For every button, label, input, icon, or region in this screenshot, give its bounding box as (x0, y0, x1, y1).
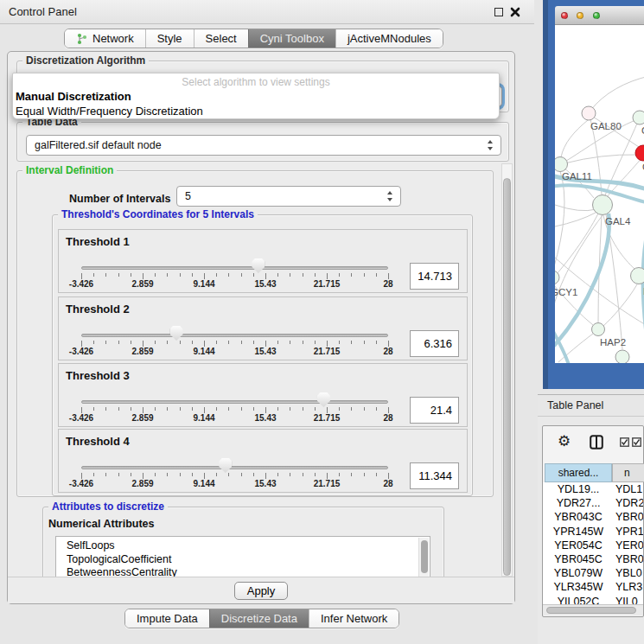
settings-vertical-scrollbar[interactable] (501, 163, 513, 577)
gear-icon[interactable]: ⚙ (558, 433, 571, 450)
table-panel-body: ⚙ shared... n YDL19...YDL1YDR27...YDR (538, 417, 644, 644)
numerical-attributes-label: Numerical Attributes (48, 518, 154, 530)
zoom-traffic-light-icon[interactable] (593, 12, 600, 19)
slider-minor-tick (277, 473, 278, 476)
column-header-shared-name[interactable]: shared... (545, 463, 612, 482)
threshold-value-field[interactable]: 6.316 (410, 330, 459, 357)
thresholds-group: Threshold's Coordinates for 5 Intervals … (52, 214, 473, 496)
network-node-gal11[interactable] (555, 157, 568, 172)
number-of-intervals-label: Number of Intervals (69, 193, 170, 205)
slider-tick-label: 15.43 (246, 279, 284, 289)
slider-minor-tick (315, 407, 316, 411)
threshold-value-field[interactable]: 14.713 (410, 263, 459, 290)
slider-track[interactable] (81, 400, 388, 404)
slider-track[interactable] (81, 466, 388, 469)
split-columns-icon[interactable] (590, 435, 603, 450)
table-row[interactable]: YDL19...YDL1 (543, 482, 643, 496)
slider-tick-label: 9.144 (185, 279, 223, 289)
attribute-list-item[interactable]: BetweennessCentrality (56, 566, 430, 577)
attribute-list-item[interactable]: TopologicalCoefficient (56, 553, 430, 567)
table-row[interactable]: YBR043CYBR0 (543, 510, 643, 524)
close-traffic-light-icon[interactable] (561, 12, 568, 19)
slider-minor-tick (192, 341, 193, 344)
close-icon[interactable] (510, 7, 520, 17)
table-row[interactable]: YER054CYER0 (543, 539, 643, 552)
slider-track[interactable] (81, 266, 388, 270)
tab-discretize-data[interactable]: Discretize Data (209, 609, 309, 628)
algorithm-placeholder: Select algorithm to view settings (13, 76, 499, 89)
slider-minor-tick (277, 341, 278, 344)
table-row[interactable]: YIL052CYIL0 (543, 595, 643, 605)
network-node-h[interactable] (631, 268, 644, 284)
tab-jactivemnodules[interactable]: jActiveMNodules (335, 29, 443, 48)
minimize-traffic-light-icon[interactable] (577, 12, 583, 19)
threshold-row: Threshold 2-3.4262.8599.14415.4321.71528… (58, 296, 468, 360)
network-node-ga[interactable] (633, 111, 644, 124)
slider-thumb[interactable] (170, 326, 183, 341)
attributes-group: Attributes to discretize Numerical Attri… (42, 507, 444, 577)
checkbox-icon[interactable] (632, 437, 641, 447)
slider-minor-tick (290, 407, 290, 411)
slider-minor-tick (93, 341, 94, 344)
numerical-attributes-list[interactable]: SelfLoopsTopologicalCoefficientBetweenne… (55, 536, 430, 577)
network-node-gal4[interactable] (593, 195, 613, 215)
slider-minor-tick (376, 273, 377, 277)
number-of-intervals-combobox[interactable]: 5 (176, 186, 401, 207)
slider-thumb[interactable] (252, 258, 265, 273)
column-header-name[interactable]: n (612, 463, 644, 482)
slider-thumb[interactable] (219, 458, 232, 473)
slider-minor-tick (339, 473, 340, 476)
slider-major-tick (265, 341, 266, 347)
table-row[interactable]: YDR27...YDR2 (543, 496, 643, 510)
number-of-intervals-value: 5 (185, 187, 381, 206)
network-node-hap2[interactable] (592, 323, 605, 336)
tab-cyni-toolbox[interactable]: Cyni Toolbox (248, 29, 335, 48)
slider-tick-label: 9.144 (185, 413, 223, 423)
table-row[interactable]: YBL079WYBL0 (543, 566, 643, 580)
network-node-gal80[interactable] (582, 106, 596, 120)
slider-minor-tick (364, 407, 365, 411)
slider-thumb[interactable] (317, 392, 330, 407)
table-horizontal-scrollbar[interactable] (543, 604, 643, 615)
cell-shared-name: YER054C (545, 539, 612, 552)
settings-scroll-area: Interval Definition Number of Intervals … (16, 163, 502, 577)
slider-tick-label: 15.43 (246, 479, 284, 488)
slider-tick-label: 21.715 (308, 413, 346, 423)
float-window-icon[interactable] (494, 8, 503, 16)
table-row[interactable]: YLR345WYLR3 (543, 580, 643, 594)
algorithm-option[interactable]: Manual Discretization (13, 89, 499, 104)
apply-button[interactable]: Apply (234, 582, 288, 600)
combo-arrows-icon (387, 191, 393, 201)
slider-tick-label: 15.43 (246, 347, 284, 356)
network-canvas[interactable]: GAL80GACGAL11GAL4GCY1HHAP2 (555, 25, 644, 363)
tab-infer-network[interactable]: Infer Network (309, 609, 399, 628)
slider-tick-label: -3.426 (62, 413, 100, 423)
network-node-gcy1[interactable] (555, 271, 559, 284)
slider-minor-tick (105, 341, 106, 344)
slider-track[interactable] (81, 334, 388, 337)
slider-minor-tick (118, 407, 119, 411)
table-row[interactable]: YBR045CYBR0 (543, 552, 643, 566)
threshold-value-field[interactable]: 11.344 (410, 462, 459, 489)
tab-style[interactable]: Style (145, 29, 194, 48)
network-node-c[interactable] (635, 145, 644, 161)
table-data-combobox[interactable]: galFiltered.sif default node (26, 135, 501, 156)
control-panel-titlebar: Control Panel (0, 0, 534, 24)
tab-label: Network (92, 32, 134, 45)
attributes-list-scrollbar[interactable] (418, 538, 429, 577)
tab-label: Select (206, 32, 237, 45)
slider-minor-tick (167, 273, 168, 277)
network-node[interactable] (615, 350, 629, 363)
slider-tick-label: 28 (369, 479, 407, 488)
algorithm-option[interactable]: Equal Width/Frequency Discretization (13, 104, 499, 118)
table-row[interactable]: YPR145WYPR1 (543, 525, 643, 539)
threshold-value-field[interactable]: 21.4 (410, 397, 459, 424)
tab-select[interactable]: Select (194, 29, 248, 48)
checkbox-icon[interactable] (620, 437, 629, 447)
tab-network[interactable]: Network (65, 29, 145, 48)
network-node-label: GAL4 (605, 216, 631, 226)
slider-minor-tick (351, 273, 352, 277)
attribute-list-item[interactable]: SelfLoops (56, 537, 430, 553)
threshold-label: Threshold 2 (66, 303, 130, 316)
tab-impute-data[interactable]: Impute Data (125, 609, 209, 628)
